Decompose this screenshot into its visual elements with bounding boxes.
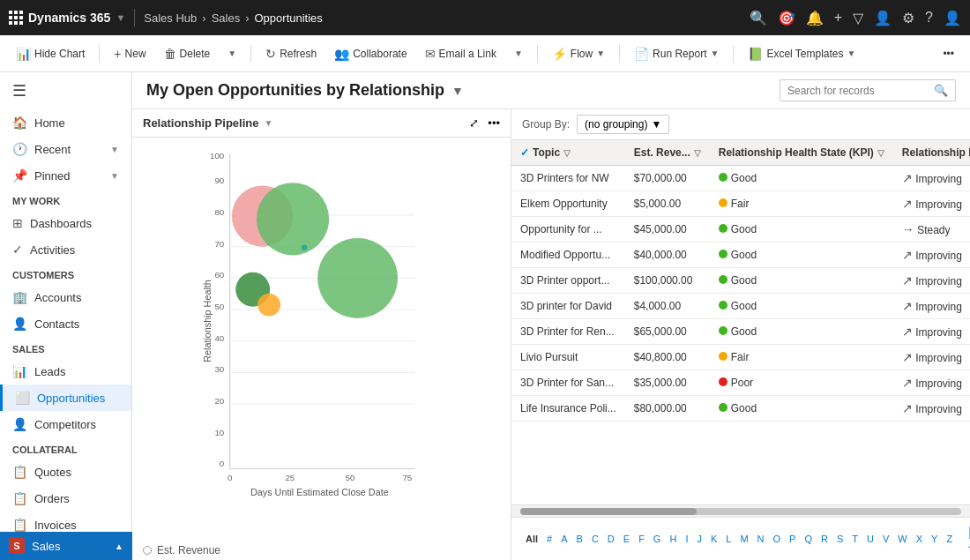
target-icon[interactable]: 🎯: [778, 10, 795, 26]
breadcrumb-app[interactable]: Sales Hub: [144, 11, 197, 25]
horizontal-scrollbar[interactable]: [511, 504, 970, 517]
alpha-item[interactable]: A: [557, 532, 571, 546]
alpha-item[interactable]: P: [786, 532, 799, 546]
alpha-item[interactable]: T: [848, 532, 862, 546]
sidebar-item-recent[interactable]: 🕐 Recent ▼: [0, 136, 131, 162]
cell-health-state: Good: [710, 268, 893, 294]
alpha-item[interactable]: R: [817, 532, 832, 546]
grid-icon: [9, 11, 23, 25]
sidebar-item-quotes[interactable]: 📋 Quotes: [0, 459, 131, 485]
sidebar-item-leads[interactable]: 📊 Leads: [0, 358, 131, 385]
table-row[interactable]: 3D Printers for NW $70,000.00 Good ↗ Imp…: [511, 166, 970, 191]
page-title-chevron[interactable]: ▼: [451, 84, 464, 98]
chart-more-icon[interactable]: •••: [488, 116, 500, 130]
sidebar-item-orders[interactable]: 📋 Orders: [0, 485, 131, 511]
bottom-nav-bar[interactable]: S Sales ▲: [0, 532, 132, 560]
alpha-item[interactable]: N: [754, 532, 768, 546]
alpha-item[interactable]: S: [833, 532, 847, 546]
chart-title-dropdown[interactable]: ▼: [264, 118, 272, 128]
home-icon: 🏠: [12, 116, 27, 130]
sidebar-item-home[interactable]: 🏠 Home: [0, 109, 131, 136]
alpha-item[interactable]: F: [635, 532, 648, 546]
help-icon[interactable]: ?: [925, 10, 933, 26]
table-row[interactable]: 3D Printer for San... $35,000.00 Poor ↗ …: [511, 370, 970, 396]
delete-button[interactable]: 🗑 Delete: [157, 43, 218, 64]
new-button[interactable]: + New: [107, 43, 153, 64]
excel-templates-button[interactable]: 📗 Excel Templates ▼: [741, 43, 862, 64]
search-icon[interactable]: 🔍: [750, 10, 767, 26]
col-revenue-filter[interactable]: ▽: [694, 148, 701, 158]
chart-legend: Est. Revenue: [132, 541, 511, 560]
refresh-button[interactable]: ↻ Refresh: [258, 43, 324, 64]
app-brand[interactable]: Dynamics 365 ▼: [9, 11, 125, 25]
col-topic-filter[interactable]: ▽: [563, 148, 571, 158]
check-icon[interactable]: ✓: [520, 146, 529, 159]
alpha-item[interactable]: X: [913, 532, 926, 546]
alpha-item[interactable]: D: [604, 532, 618, 546]
bell-icon[interactable]: 🔔: [806, 10, 824, 26]
dropdown-arrow-delete[interactable]: ▼: [220, 45, 243, 62]
hide-chart-button[interactable]: 📊 Hide Chart: [9, 43, 92, 64]
alpha-item[interactable]: J: [693, 532, 705, 546]
alpha-item[interactable]: Y: [928, 532, 941, 546]
gear-icon[interactable]: ⚙: [902, 10, 914, 26]
table-row[interactable]: Modified Opportu... $40,000.00 Good ↗ Im…: [511, 243, 970, 268]
alpha-item[interactable]: #: [543, 532, 556, 546]
alpha-item[interactable]: I: [682, 532, 691, 546]
groupby-select[interactable]: (no grouping) ▼: [577, 115, 669, 134]
email-link-button[interactable]: ✉ Email a Link: [418, 43, 504, 64]
table-row[interactable]: 3D Printer opport... $100,000.00 Good ↗ …: [511, 268, 970, 294]
search-submit-icon[interactable]: 🔍: [934, 84, 948, 97]
alpha-item[interactable]: W: [894, 532, 910, 546]
bubble-green-large-top[interactable]: [257, 183, 329, 255]
excel-icon: 📗: [748, 47, 763, 61]
grid-container[interactable]: ✓ Topic ▽ Est. Reve... ▽: [511, 140, 970, 504]
search-input[interactable]: [787, 85, 929, 97]
alpha-item[interactable]: U: [863, 532, 877, 546]
bubble-green-large-bottom[interactable]: [317, 238, 398, 318]
alpha-item[interactable]: H: [666, 532, 680, 546]
table-row[interactable]: Opportunity for ... $45,000.00 Good → St…: [511, 217, 970, 243]
sidebar-item-contacts[interactable]: 👤 Contacts: [0, 310, 131, 337]
sidebar-item-pinned[interactable]: 📌 Pinned ▼: [0, 162, 131, 189]
more-button[interactable]: •••: [936, 44, 961, 63]
email-dropdown[interactable]: ▼: [507, 45, 530, 62]
alpha-item[interactable]: K: [707, 532, 720, 546]
user-icon[interactable]: 👤: [944, 10, 961, 26]
sidebar-item-accounts[interactable]: 🏢 Accounts: [0, 284, 131, 310]
expand-icon[interactable]: ⤢: [469, 116, 479, 130]
col-health-filter[interactable]: ▽: [877, 148, 884, 158]
sidebar-item-competitors[interactable]: 👤 Competitors: [0, 411, 131, 437]
filter-icon[interactable]: ▽: [853, 10, 863, 26]
alpha-item[interactable]: M: [736, 532, 751, 546]
bubble-teal-small[interactable]: [302, 245, 307, 250]
table-row[interactable]: 3D printer for David $4,000.00 Good ↗ Im…: [511, 294, 970, 319]
sidebar-item-activities[interactable]: ✓ Activities: [0, 236, 131, 263]
alpha-item[interactable]: O: [770, 532, 785, 546]
alpha-item[interactable]: E: [620, 532, 633, 546]
collaborate-button[interactable]: 👥 Collaborate: [327, 43, 414, 64]
alpha-item[interactable]: Q: [801, 532, 816, 546]
people-icon[interactable]: 👤: [874, 10, 892, 26]
run-report-button[interactable]: 📄 Run Report ▼: [627, 43, 726, 64]
breadcrumb-section[interactable]: Sales: [212, 11, 241, 25]
alpha-item[interactable]: Z: [943, 532, 956, 546]
cell-revenue: $40,000.00: [625, 243, 710, 268]
table-row[interactable]: Life Insurance Poli... $80,000.00 Good ↗…: [511, 396, 970, 422]
alpha-item[interactable]: L: [722, 532, 735, 546]
alpha-item[interactable]: C: [588, 532, 602, 546]
table-row[interactable]: Livio Pursuit $40,800.00 Fair ↗ Improvin…: [511, 345, 970, 370]
alpha-item[interactable]: B: [573, 532, 586, 546]
sidebar-item-dashboards[interactable]: ⊞ Dashboards: [0, 210, 131, 236]
alpha-item[interactable]: All: [522, 532, 541, 546]
flow-button[interactable]: ⚡ Flow ▼: [545, 43, 612, 64]
page-first-btn[interactable]: |◁: [963, 523, 970, 555]
bubble-orange[interactable]: [257, 294, 280, 317]
sidebar-item-opportunities[interactable]: ⬜ Opportunities: [0, 385, 131, 411]
alpha-item[interactable]: V: [879, 532, 892, 546]
table-row[interactable]: 3D Printer for Ren... $65,000.00 Good ↗ …: [511, 319, 970, 345]
alpha-item[interactable]: G: [650, 532, 665, 546]
table-row[interactable]: Elkem Opportunity $5,000.00 Fair ↗ Impro…: [511, 191, 970, 217]
sidebar-toggle[interactable]: ☰: [0, 72, 131, 109]
plus-icon[interactable]: +: [834, 10, 842, 26]
